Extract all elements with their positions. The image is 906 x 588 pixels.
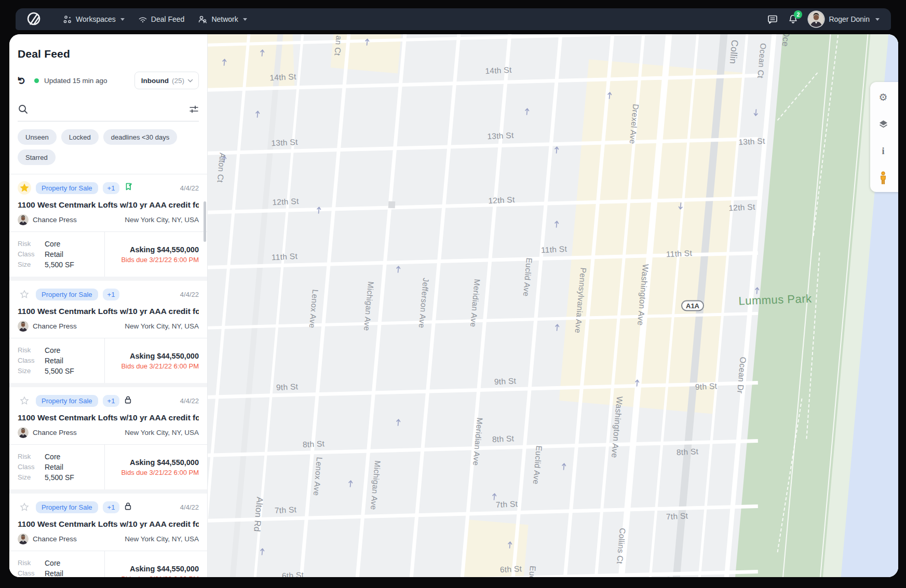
- search-input[interactable]: [34, 105, 184, 114]
- user-name: Roger Donin: [829, 15, 870, 23]
- street-label: Alton Rd: [251, 496, 265, 532]
- messages-button[interactable]: [767, 15, 778, 24]
- filter-chip[interactable]: Locked: [61, 129, 99, 145]
- refresh-button[interactable]: ↻: [17, 76, 26, 85]
- company-avatar: [18, 534, 29, 544]
- deal-date: 4/4/22: [180, 503, 199, 511]
- street-label: 8th St: [492, 434, 514, 444]
- extra-count-badge: +1: [103, 289, 120, 300]
- street-label: 12th St: [488, 195, 515, 206]
- road: [457, 34, 513, 577]
- deal-card[interactable]: Property for Sale +1 4/4/22 1100 West Ce…: [9, 387, 207, 494]
- one-way-arrow-icon: [315, 206, 322, 216]
- street-label: 13th St: [487, 131, 514, 142]
- nodes-icon: [63, 15, 72, 24]
- filter-chip[interactable]: Starred: [18, 149, 56, 165]
- chevron-down-icon: [120, 18, 125, 21]
- street-label: 7th St: [274, 505, 296, 515]
- bids-due: Bids due 3/21/22 6:00 PM: [121, 575, 199, 578]
- lock-icon: [124, 502, 132, 511]
- deal-date: 4/4/22: [180, 291, 199, 298]
- street-label: 11th St: [272, 252, 298, 263]
- street-label: Lenox Ave: [307, 289, 320, 329]
- map[interactable]: 14th St14th St13th St13th St13th St12th …: [208, 34, 898, 577]
- filter-tune-button[interactable]: [189, 105, 199, 114]
- street-label: 7th St: [495, 499, 518, 510]
- scrollbar-thumb[interactable]: [204, 201, 206, 242]
- field-row: ClassRetail: [18, 355, 104, 366]
- bids-due: Bids due 3/21/22 6:00 PM: [121, 362, 199, 370]
- field-row: ClassRetail: [18, 249, 104, 259]
- user-menu[interactable]: Roger Donin: [808, 11, 880, 27]
- star-button[interactable]: [18, 394, 31, 407]
- deal-title: 1100 West Centmark Lofts w/10 yr AAA cre…: [18, 200, 199, 210]
- app-window: Workspaces Deal Feed Network: [0, 0, 906, 588]
- street-label: 11th St: [666, 249, 693, 259]
- street-label: 11th St: [541, 244, 567, 255]
- lock-icon: [124, 395, 132, 404]
- deal-title: 1100 West Centmark Lofts w/10 yr AAA cre…: [18, 307, 199, 316]
- one-way-arrow-icon: [395, 265, 402, 276]
- extra-count-badge: +1: [103, 501, 120, 513]
- asking-price: Asking $44,550,000: [130, 565, 199, 573]
- street-label: Euc: [527, 565, 537, 577]
- field-row: RiskCore: [18, 345, 104, 355]
- company-avatar: [18, 321, 29, 332]
- road: [208, 34, 253, 577]
- nav-network[interactable]: Network: [198, 15, 247, 23]
- one-way-arrow-icon: [752, 107, 760, 118]
- top-nav: Workspaces Deal Feed Network: [16, 8, 891, 30]
- one-way-arrow-icon: [506, 540, 513, 551]
- street-label: 14th St: [485, 65, 512, 76]
- street-label: 14th St: [269, 72, 296, 83]
- field-row: Size5,500 SF: [18, 259, 104, 270]
- inbound-dropdown[interactable]: Inbound (25): [134, 72, 199, 89]
- map-controls: ⚙ i: [870, 82, 898, 192]
- deal-card[interactable]: Property for Sale +1 4/4/22 1100 West Ce…: [9, 174, 207, 281]
- map-layers-button[interactable]: [876, 117, 890, 131]
- street-label: Collin: [727, 39, 740, 64]
- road: [353, 34, 409, 577]
- chat-icon: [767, 15, 778, 24]
- deal-fields: RiskCoreClassRetailSize5,500 SF: [9, 232, 105, 277]
- map-info-button[interactable]: i: [876, 144, 890, 158]
- star-button[interactable]: [18, 181, 31, 195]
- bids-due: Bids due 3/21/22 6:00 PM: [121, 256, 199, 264]
- lock-icon: [124, 395, 132, 406]
- page-title: Deal Feed: [18, 48, 199, 60]
- notification-badge: 2: [794, 10, 802, 19]
- one-way-arrow-icon: [347, 479, 354, 490]
- flag-check-icon: [124, 182, 133, 194]
- street-label: 8th St: [302, 439, 324, 449]
- company-avatar: [18, 427, 29, 438]
- deal-date: 4/4/22: [180, 397, 199, 405]
- street-label: an Ct: [332, 35, 343, 56]
- search-bar: [18, 98, 199, 121]
- notifications-button[interactable]: 2: [788, 14, 798, 24]
- deal-card[interactable]: Property for Sale +1 4/4/22 1100 West Ce…: [9, 281, 207, 387]
- star-button[interactable]: [18, 500, 31, 514]
- nav-deal-feed[interactable]: Deal Feed: [138, 15, 185, 23]
- star-button[interactable]: [18, 288, 31, 301]
- pegman-button[interactable]: [876, 171, 890, 185]
- map-settings-button[interactable]: ⚙: [876, 90, 890, 104]
- filter-chip[interactable]: Unseen: [18, 129, 57, 145]
- one-way-arrow-icon: [677, 200, 684, 211]
- one-way-arrow-icon: [259, 48, 266, 59]
- app-logo[interactable]: [25, 10, 43, 28]
- street-label: Meridian Ave: [471, 417, 484, 466]
- user-avatar: [808, 11, 824, 27]
- company-name: Chance Press: [33, 216, 77, 224]
- deal-fields: RiskCoreClassRetailSize5,500 SF: [9, 551, 105, 577]
- street-label: 12th St: [728, 202, 755, 213]
- street-label: 13th St: [738, 136, 765, 147]
- tune-icon: [189, 105, 199, 114]
- extra-count-badge: +1: [103, 182, 120, 194]
- people-icon: [198, 15, 208, 23]
- filter-chip[interactable]: deadlines <30 days: [103, 129, 177, 145]
- deal-card[interactable]: Property for Sale +1 4/4/22 1100 West Ce…: [9, 494, 207, 577]
- route-shield-a1a: A1A: [681, 300, 704, 311]
- inbound-count: (25): [172, 77, 184, 85]
- nav-workspaces[interactable]: Workspaces: [63, 15, 125, 24]
- road: [296, 34, 353, 577]
